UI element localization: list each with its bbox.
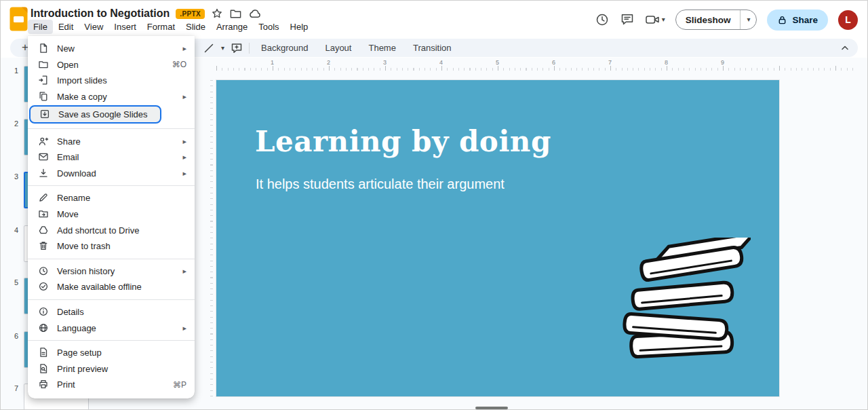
submenu-arrow-icon: ▸ [182,267,186,276]
ruler-mark: 7 [608,59,612,66]
line-tool-caret-icon[interactable]: ▾ [221,45,224,52]
file-menu-item-print-preview[interactable]: Print preview [28,361,195,377]
menu-help[interactable]: Help [285,20,314,34]
ruler-mark: 3 [383,59,387,66]
menu-insert[interactable]: Insert [108,20,142,34]
file-menu-item-share[interactable]: Share ▸ [28,133,195,149]
ruler-mark: 5 [496,59,499,66]
document-title-row: Introduction to Negotiation .PPTX [31,6,262,21]
slide-number: 2 [6,119,18,128]
ruler-mark: 9 [721,59,724,66]
ruler-mark: 1 [271,59,274,66]
slide-canvas[interactable]: Learning by doing It helps students arti… [216,80,779,396]
new-document-icon [38,43,50,54]
file-menu-item-move-to-trash[interactable]: Move to trash [28,238,195,255]
background-button[interactable]: Background [256,41,313,55]
slideshow-button[interactable]: Slideshow [676,10,741,29]
language-globe-icon [38,322,50,334]
file-menu-item-details[interactable]: Details [28,304,195,320]
file-menu-item-add-shortcut-to-drive[interactable]: Add shortcut to Drive [28,222,195,238]
file-menu-panel: New ▸ Open ⌘O Import slides Make a copy … [28,36,195,398]
menu-separator [28,259,195,259]
layout-button[interactable]: Layout [319,41,357,55]
rename-pencil-icon [38,192,50,204]
toolbar-divider [249,43,250,54]
shortcut-label: ⌘O [172,60,186,69]
drive-shortcut-icon [38,225,50,236]
slide-number: 7 [6,384,18,392]
slide-subtitle-textbox[interactable]: It helps students articulate their argum… [256,176,505,192]
version-history-clock-icon [38,265,50,277]
submenu-arrow-icon: ▸ [182,92,186,101]
file-menu-item-download[interactable]: Download ▸ [28,166,195,182]
menu-slide[interactable]: Slide [180,20,211,34]
slide-number: 1 [6,66,18,75]
menu-view[interactable]: View [79,20,108,34]
copy-icon [38,91,50,102]
meet-camera-button[interactable]: ▾ [645,12,665,27]
file-menu-item-move[interactable]: Move [28,206,195,223]
cloud-status-icon[interactable] [248,7,262,20]
slide-title-textbox[interactable]: Learning by doing [255,125,551,158]
file-menu-item-rename[interactable]: Rename [28,190,195,206]
slide-number: 6 [6,331,18,340]
file-menu-item-email[interactable]: Email ▸ [28,149,195,166]
submenu-arrow-icon: ▸ [182,137,186,146]
file-menu-item-save-as-google-slides[interactable]: Save as Google Slides [29,105,161,124]
lock-icon [777,15,787,25]
import-slides-icon [38,75,50,86]
file-menu-item-make-a-copy[interactable]: Make a copy ▸ [28,89,195,105]
slides-logo-icon[interactable] [9,7,28,31]
menu-separator [28,299,195,300]
books-clipart[interactable] [615,238,751,367]
move-folder-icon [38,208,50,220]
share-button[interactable]: Share [767,10,828,31]
print-preview-icon [38,363,50,375]
trash-icon [38,240,50,252]
vertical-ruler [206,80,213,396]
slide-number: 5 [6,278,18,286]
account-avatar[interactable]: L [838,10,858,30]
slide-number: 4 [6,225,18,234]
video-camera-icon [645,12,660,27]
file-menu-item-version-history[interactable]: Version history ▸ [28,263,195,280]
menu-format[interactable]: Format [142,20,180,34]
theme-button[interactable]: Theme [363,41,401,55]
email-icon [38,151,50,163]
file-menu-item-make-available-offline[interactable]: Make available offline [28,279,195,295]
slideshow-options-button[interactable]: ▾ [741,10,756,29]
file-menu-item-language[interactable]: Language ▸ [28,320,195,336]
topbar-actions: ▾ Slideshow ▾ Share L [595,7,858,32]
file-menu-item-new[interactable]: New ▸ [28,41,195,57]
transition-button[interactable]: Transition [408,41,457,55]
horizontal-scrollbar-thumb[interactable] [475,407,508,409]
line-tool-icon[interactable] [203,42,215,54]
printer-icon [38,379,50,390]
open-folder-icon [38,59,50,71]
menu-tools[interactable]: Tools [253,20,284,34]
shortcut-label: ⌘P [173,380,186,390]
menu-arrange[interactable]: Arrange [211,20,253,34]
document-title[interactable]: Introduction to Negotiation [31,7,170,20]
ruler-mark: 2 [327,59,330,66]
star-icon[interactable] [211,7,223,20]
caret-down-icon: ▾ [662,16,665,23]
file-menu-item-import-slides[interactable]: Import slides [28,73,195,89]
add-comment-icon[interactable] [231,42,243,54]
hide-menus-chevron-icon[interactable] [839,41,851,54]
file-menu-item-print[interactable]: Print ⌘P [28,377,195,393]
menu-edit[interactable]: Edit [53,20,79,34]
version-history-icon[interactable] [595,12,610,27]
save-as-google-slides-icon [39,109,51,120]
file-menu-item-open[interactable]: Open ⌘O [28,57,195,73]
caret-down-icon: ▾ [747,16,750,23]
submenu-arrow-icon: ▸ [182,44,186,53]
download-icon [38,168,50,179]
menu-separator [28,340,195,341]
file-menu-item-page-setup[interactable]: Page setup [28,345,195,361]
offline-check-icon [38,281,50,293]
menu-file[interactable]: File [28,20,53,34]
ruler-mark: 4 [439,59,443,66]
move-to-folder-icon[interactable] [229,7,242,20]
comments-icon[interactable] [620,12,635,27]
